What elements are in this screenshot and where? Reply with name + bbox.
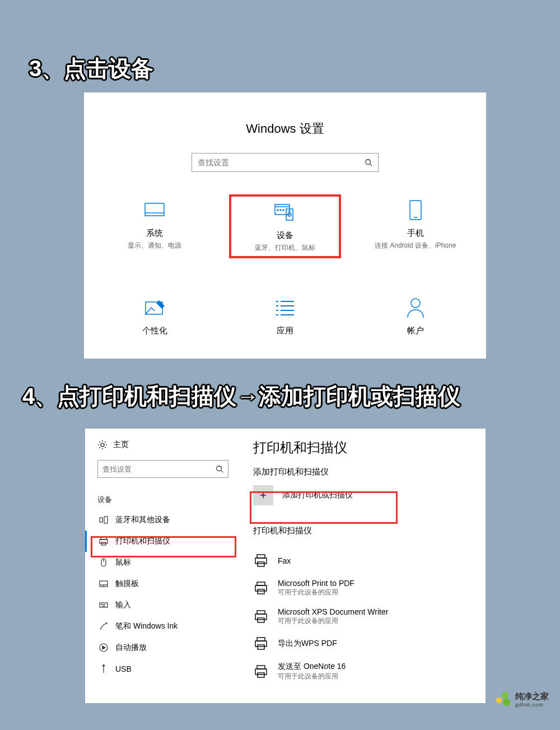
add-printer-header: 添加打印机和扫描仪	[253, 467, 486, 477]
svg-point-8	[283, 210, 284, 211]
tile-devices-title: 设备	[234, 230, 337, 241]
svg-rect-46	[255, 558, 267, 564]
nav-touchpad-label: 触摸板	[115, 579, 139, 589]
printer-xps-desc: 可用于此设备的应用	[278, 616, 388, 626]
settings-title: Windows 设置	[84, 120, 486, 137]
mouse-icon	[99, 557, 109, 568]
nav-input-label: 输入	[115, 600, 131, 610]
nav-usb[interactable]: USB	[85, 658, 241, 680]
nav-pen[interactable]: 笔和 Windows Ink	[85, 616, 241, 637]
printer-xps[interactable]: Microsoft XPS Document Writer可用于此设备的应用	[253, 607, 486, 626]
usb-icon	[99, 664, 109, 674]
printer-wps[interactable]: 导出为WPS PDF	[253, 636, 486, 652]
sidebar-section-header: 设备	[97, 495, 241, 505]
printers-settings-panel: 主页 设备 蓝牙和其他设备 打印机和扫描仪 鼠标 触摸板 输入	[85, 429, 486, 703]
tile-phone[interactable]: 手机 连接 Android 设备、iPhone	[360, 194, 472, 258]
step-3-caption: 3、点击设备	[29, 53, 153, 84]
svg-rect-58	[255, 669, 267, 675]
svg-rect-57	[257, 666, 265, 669]
printer-pdf-desc: 可用于此设备的应用	[278, 588, 354, 597]
watermark: 纯净之家 gdhst.com	[496, 691, 549, 708]
tile-system[interactable]: 系统 显示、通知、电源	[99, 194, 211, 258]
svg-point-6	[277, 210, 278, 211]
printer-onenote-desc: 可用于此设备的应用	[278, 672, 346, 681]
svg-rect-53	[258, 618, 264, 622]
paint-icon	[101, 295, 208, 320]
printers-list-header: 打印机和扫描仪	[253, 526, 486, 536]
nav-printers-label: 打印机和扫描仪	[115, 536, 170, 546]
tile-phone-title: 手机	[362, 228, 469, 239]
autoplay-icon	[99, 643, 109, 653]
home-label: 主页	[113, 440, 129, 450]
tile-accounts[interactable]: 帐户	[360, 292, 472, 342]
tile-devices[interactable]: 设备 蓝牙、打印机、鼠标	[229, 194, 341, 258]
svg-rect-56	[258, 645, 264, 649]
bluetooth-icon	[99, 515, 109, 525]
step-4-caption: 4、点打印机和扫描仪→添加打印机或扫描仪	[22, 381, 460, 412]
svg-rect-52	[255, 614, 267, 620]
keyboard-icon	[99, 600, 109, 610]
printer-onenote-name: 发送至 OneNote 16	[278, 662, 346, 672]
pen-icon	[99, 621, 109, 631]
printer-fax-name: Fax	[278, 556, 291, 565]
nav-input[interactable]: 输入	[85, 594, 241, 616]
svg-rect-2	[145, 203, 164, 216]
printer-icon	[253, 664, 269, 680]
nav-bluetooth[interactable]: 蓝牙和其他设备	[85, 509, 241, 531]
nav-printers[interactable]: 打印机和扫描仪	[85, 531, 241, 552]
person-icon	[362, 295, 469, 320]
nav-touchpad[interactable]: 触摸板	[85, 573, 241, 594]
gear-icon	[97, 440, 108, 450]
printer-icon	[253, 609, 269, 625]
add-printer-label: 添加打印机或扫描仪	[282, 490, 353, 500]
svg-rect-55	[255, 641, 267, 647]
nav-mouse-label: 鼠标	[115, 557, 131, 568]
svg-rect-12	[410, 201, 421, 220]
svg-rect-37	[100, 603, 108, 607]
add-printer-button[interactable]: + 添加打印机或扫描仪	[253, 485, 486, 505]
settings-search-input[interactable]	[198, 158, 365, 167]
nav-pen-label: 笔和 Windows Ink	[115, 621, 178, 631]
tile-personalize[interactable]: 个性化	[99, 292, 211, 342]
svg-rect-59	[258, 673, 264, 677]
tile-personalize-title: 个性化	[101, 326, 208, 336]
svg-point-40	[105, 605, 105, 605]
sidebar-search-box[interactable]	[97, 460, 228, 478]
printer-wps-name: 导出为WPS PDF	[278, 639, 337, 649]
printer-pdf[interactable]: Microsoft Print to PDF可用于此设备的应用	[253, 579, 486, 597]
printer-onenote[interactable]: 发送至 OneNote 16可用于此设备的应用	[253, 662, 486, 681]
watermark-logo-icon	[496, 692, 512, 708]
svg-line-26	[221, 471, 223, 473]
svg-rect-45	[257, 555, 265, 558]
svg-point-38	[101, 605, 102, 605]
settings-search-box[interactable]	[192, 153, 379, 172]
watermark-name: 纯净之家	[515, 691, 549, 702]
svg-rect-27	[100, 518, 102, 522]
svg-point-25	[217, 466, 222, 471]
svg-point-39	[103, 605, 104, 605]
tile-phone-desc: 连接 Android 设备、iPhone	[362, 241, 469, 250]
printers-list: Fax Microsoft Print to PDF可用于此设备的应用 Micr…	[253, 553, 486, 681]
svg-point-24	[101, 443, 104, 447]
printer-icon	[253, 580, 269, 596]
nav-mouse[interactable]: 鼠标	[85, 552, 241, 573]
tile-system-title: 系统	[101, 228, 208, 239]
printer-icon	[253, 636, 269, 652]
tile-apps[interactable]: 应用	[229, 292, 341, 342]
nav-autoplay[interactable]: 自动播放	[85, 637, 241, 658]
tile-system-desc: 显示、通知、电源	[101, 241, 208, 250]
tile-devices-desc: 蓝牙、打印机、鼠标	[234, 243, 337, 253]
settings-sidebar: 主页 设备 蓝牙和其他设备 打印机和扫描仪 鼠标 触摸板 输入	[85, 429, 241, 703]
printer-pdf-name: Microsoft Print to PDF	[278, 579, 354, 588]
sidebar-search-input[interactable]	[102, 465, 216, 473]
printer-icon	[99, 536, 109, 546]
svg-line-1	[370, 164, 372, 166]
apps-list-icon	[231, 295, 339, 320]
phone-icon	[362, 198, 469, 222]
printer-fax[interactable]: Fax	[253, 553, 486, 569]
tile-accounts-title: 帐户	[362, 326, 469, 336]
svg-rect-54	[257, 638, 265, 641]
printers-main: 打印机和扫描仪 添加打印机和扫描仪 + 添加打印机或扫描仪 打印机和扫描仪 Fa…	[253, 429, 486, 703]
home-link[interactable]: 主页	[85, 429, 241, 450]
svg-point-7	[280, 210, 281, 211]
